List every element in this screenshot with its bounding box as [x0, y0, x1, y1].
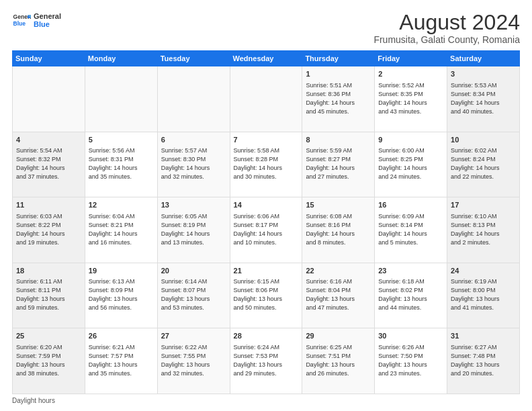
week-row-3: 11Sunrise: 6:03 AM Sunset: 8:22 PM Dayli… [13, 197, 520, 263]
day-info: Sunrise: 5:57 AM Sunset: 8:30 PM Dayligh… [161, 146, 226, 181]
day-info: Sunrise: 6:26 AM Sunset: 7:50 PM Dayligh… [378, 343, 443, 378]
day-info: Sunrise: 6:21 AM Sunset: 7:57 PM Dayligh… [89, 343, 154, 378]
day-info: Sunrise: 6:08 AM Sunset: 8:16 PM Dayligh… [306, 212, 371, 247]
location-subtitle: Frumusita, Galati County, Romania [373, 34, 520, 45]
day-info: Sunrise: 6:02 AM Sunset: 8:24 PM Dayligh… [451, 146, 516, 181]
logo: General Blue General Blue [12, 11, 61, 30]
day-info: Sunrise: 6:03 AM Sunset: 8:22 PM Dayligh… [16, 212, 81, 247]
calendar-cell: 7Sunrise: 5:58 AM Sunset: 8:28 PM Daylig… [230, 132, 302, 197]
day-info: Sunrise: 6:20 AM Sunset: 7:59 PM Dayligh… [16, 343, 81, 378]
calendar-cell: 11Sunrise: 6:03 AM Sunset: 8:22 PM Dayli… [13, 197, 85, 263]
day-number: 26 [89, 331, 154, 341]
calendar-cell: 15Sunrise: 6:08 AM Sunset: 8:16 PM Dayli… [302, 197, 375, 263]
calendar-cell: 9Sunrise: 6:00 AM Sunset: 8:25 PM Daylig… [375, 132, 447, 197]
day-number: 27 [161, 331, 226, 341]
col-header-monday: Monday [85, 51, 157, 66]
calendar-cell: 19Sunrise: 6:13 AM Sunset: 8:09 PM Dayli… [85, 263, 157, 328]
day-info: Sunrise: 6:27 AM Sunset: 7:48 PM Dayligh… [451, 343, 516, 378]
day-info: Sunrise: 6:19 AM Sunset: 8:00 PM Dayligh… [451, 277, 516, 312]
calendar-cell: 6Sunrise: 5:57 AM Sunset: 8:30 PM Daylig… [157, 132, 230, 197]
day-info: Sunrise: 6:24 AM Sunset: 7:53 PM Dayligh… [234, 343, 299, 378]
day-info: Sunrise: 6:22 AM Sunset: 7:55 PM Dayligh… [161, 343, 226, 378]
day-number: 10 [451, 135, 516, 145]
day-info: Sunrise: 5:59 AM Sunset: 8:27 PM Dayligh… [306, 146, 371, 181]
col-header-thursday: Thursday [302, 51, 375, 66]
calendar-cell: 1Sunrise: 5:51 AM Sunset: 8:36 PM Daylig… [302, 66, 375, 132]
day-number: 25 [16, 331, 81, 341]
calendar-cell: 12Sunrise: 6:04 AM Sunset: 8:21 PM Dayli… [85, 197, 157, 263]
calendar-cell: 3Sunrise: 5:53 AM Sunset: 8:34 PM Daylig… [447, 66, 520, 132]
day-info: Sunrise: 5:56 AM Sunset: 8:31 PM Dayligh… [89, 146, 154, 181]
calendar-cell [13, 66, 85, 132]
day-number: 23 [378, 266, 443, 276]
logo-blue: Blue [34, 20, 61, 28]
day-number: 3 [451, 69, 516, 79]
day-info: Sunrise: 5:53 AM Sunset: 8:34 PM Dayligh… [451, 81, 516, 116]
week-row-4: 18Sunrise: 6:11 AM Sunset: 8:11 PM Dayli… [13, 263, 520, 328]
calendar-cell: 10Sunrise: 6:02 AM Sunset: 8:24 PM Dayli… [447, 132, 520, 197]
calendar-cell: 31Sunrise: 6:27 AM Sunset: 7:48 PM Dayli… [447, 328, 520, 394]
day-number: 22 [306, 266, 371, 276]
day-number: 17 [451, 200, 516, 210]
calendar-cell: 8Sunrise: 5:59 AM Sunset: 8:27 PM Daylig… [302, 132, 375, 197]
day-number: 30 [378, 331, 443, 341]
day-number: 19 [89, 266, 154, 276]
calendar-cell: 14Sunrise: 6:06 AM Sunset: 8:17 PM Dayli… [230, 197, 302, 263]
day-info: Sunrise: 5:51 AM Sunset: 8:36 PM Dayligh… [306, 81, 371, 116]
week-row-1: 1Sunrise: 5:51 AM Sunset: 8:36 PM Daylig… [13, 66, 520, 132]
calendar-cell: 27Sunrise: 6:22 AM Sunset: 7:55 PM Dayli… [157, 328, 230, 394]
day-number: 9 [378, 135, 443, 145]
calendar-cell: 20Sunrise: 6:14 AM Sunset: 8:07 PM Dayli… [157, 263, 230, 328]
day-number: 1 [306, 69, 371, 79]
day-info: Sunrise: 6:13 AM Sunset: 8:09 PM Dayligh… [89, 277, 154, 312]
day-number: 6 [161, 135, 226, 145]
day-info: Sunrise: 6:25 AM Sunset: 7:51 PM Dayligh… [306, 343, 371, 378]
day-number: 29 [306, 331, 371, 341]
day-info: Sunrise: 5:54 AM Sunset: 8:32 PM Dayligh… [16, 146, 81, 181]
svg-text:Blue: Blue [13, 20, 26, 27]
calendar-cell: 25Sunrise: 6:20 AM Sunset: 7:59 PM Dayli… [13, 328, 85, 394]
col-header-wednesday: Wednesday [230, 51, 302, 66]
col-header-sunday: Sunday [13, 51, 85, 66]
day-info: Sunrise: 5:52 AM Sunset: 8:35 PM Dayligh… [378, 81, 443, 116]
header: General Blue General Blue August 2024 Fr… [12, 11, 520, 45]
calendar-cell [230, 66, 302, 132]
day-number: 14 [234, 200, 299, 210]
calendar-cell: 4Sunrise: 5:54 AM Sunset: 8:32 PM Daylig… [13, 132, 85, 197]
day-info: Sunrise: 6:00 AM Sunset: 8:25 PM Dayligh… [378, 146, 443, 181]
logo-icon: General Blue [12, 11, 31, 30]
day-number: 13 [161, 200, 226, 210]
day-number: 4 [16, 135, 81, 145]
calendar-cell: 18Sunrise: 6:11 AM Sunset: 8:11 PM Dayli… [13, 263, 85, 328]
day-number: 11 [16, 200, 81, 210]
day-number: 21 [234, 266, 299, 276]
day-info: Sunrise: 5:58 AM Sunset: 8:28 PM Dayligh… [234, 146, 299, 181]
day-info: Sunrise: 6:15 AM Sunset: 8:06 PM Dayligh… [234, 277, 299, 312]
col-header-friday: Friday [375, 51, 447, 66]
calendar-cell: 23Sunrise: 6:18 AM Sunset: 8:02 PM Dayli… [375, 263, 447, 328]
day-number: 8 [306, 135, 371, 145]
calendar-cell: 22Sunrise: 6:16 AM Sunset: 8:04 PM Dayli… [302, 263, 375, 328]
calendar-cell: 29Sunrise: 6:25 AM Sunset: 7:51 PM Dayli… [302, 328, 375, 394]
calendar-cell: 28Sunrise: 6:24 AM Sunset: 7:53 PM Dayli… [230, 328, 302, 394]
day-info: Sunrise: 6:18 AM Sunset: 8:02 PM Dayligh… [378, 277, 443, 312]
calendar-cell: 24Sunrise: 6:19 AM Sunset: 8:00 PM Dayli… [447, 263, 520, 328]
day-number: 20 [161, 266, 226, 276]
calendar-header-row: SundayMondayTuesdayWednesdayThursdayFrid… [13, 51, 520, 66]
calendar-cell: 5Sunrise: 5:56 AM Sunset: 8:31 PM Daylig… [85, 132, 157, 197]
calendar-cell [85, 66, 157, 132]
calendar-table: SundayMondayTuesdayWednesdayThursdayFrid… [12, 50, 520, 394]
day-number: 18 [16, 266, 81, 276]
calendar-cell: 13Sunrise: 6:05 AM Sunset: 8:19 PM Dayli… [157, 197, 230, 263]
col-header-saturday: Saturday [447, 51, 520, 66]
day-info: Sunrise: 6:06 AM Sunset: 8:17 PM Dayligh… [234, 212, 299, 247]
col-header-tuesday: Tuesday [157, 51, 230, 66]
day-info: Sunrise: 6:04 AM Sunset: 8:21 PM Dayligh… [89, 212, 154, 247]
calendar-cell [157, 66, 230, 132]
day-number: 2 [378, 69, 443, 79]
calendar-cell: 16Sunrise: 6:09 AM Sunset: 8:14 PM Dayli… [375, 197, 447, 263]
calendar-cell: 21Sunrise: 6:15 AM Sunset: 8:06 PM Dayli… [230, 263, 302, 328]
day-info: Sunrise: 6:09 AM Sunset: 8:14 PM Dayligh… [378, 212, 443, 247]
footer-note: Daylight hours [12, 397, 520, 404]
calendar-cell: 2Sunrise: 5:52 AM Sunset: 8:35 PM Daylig… [375, 66, 447, 132]
